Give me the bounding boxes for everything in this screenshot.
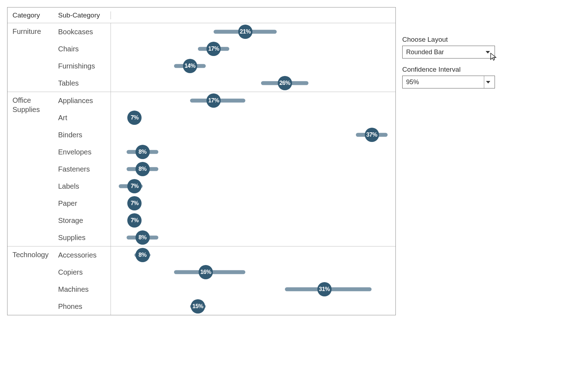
row-plot: 17% [111,92,395,109]
row-plot: 7% [111,178,395,195]
row-plot: 15% [111,298,395,315]
ci-select-value: 95% [406,78,419,86]
value-marker[interactable]: 7% [127,213,142,228]
chart-row: Furnishings14% [57,57,395,75]
row-plot: 8% [111,143,395,161]
chart-row: Binders37% [57,126,395,143]
value-marker[interactable]: 17% [206,42,221,56]
header-subcategory: Sub-Category [57,11,111,19]
ci-select[interactable]: 95% [402,76,495,88]
row-plot: 31% [111,281,395,298]
subcategory-label: Appliances [57,92,111,109]
row-plot: 17% [111,40,395,57]
value-marker[interactable]: 14% [183,59,197,73]
row-plot: 7% [111,109,395,126]
subcategory-label: Copiers [57,264,111,281]
value-marker[interactable]: 16% [199,265,213,279]
value-marker[interactable]: 21% [238,25,252,39]
category-group: TechnologyAccessories8%Copiers16%Machine… [7,246,395,315]
chart-row: Art7% [57,109,395,126]
ci-label: Confidence Interval [402,66,495,73]
chevron-down-icon [484,46,492,58]
value-marker[interactable]: 8% [136,145,150,159]
subcategory-label: Supplies [57,229,111,246]
category-label: Office Supplies [7,92,57,246]
chart-row: Storage7% [57,212,395,229]
chart-row: Fasteners8% [57,161,395,178]
value-marker[interactable]: 26% [278,76,292,90]
layout-select-value: Rounded Bar [406,49,444,56]
chart-panel: Category Sub-Category FurnitureBookcases… [7,7,396,315]
subcategory-label: Accessories [57,246,111,264]
chevron-down-icon [484,76,492,88]
chart-row: Labels7% [57,178,395,195]
row-plot: 37% [111,126,395,143]
subcategory-label: Labels [57,178,111,195]
chart-body: FurnitureBookcases21%Chairs17%Furnishing… [7,23,395,315]
row-plot: 14% [111,57,395,75]
layout-select[interactable]: Rounded Bar [402,46,495,58]
row-plot: 8% [111,246,395,264]
value-marker[interactable]: 8% [136,230,150,245]
subcategory-label: Fasteners [57,161,111,178]
subcategory-label: Art [57,109,111,126]
category-label: Furniture [7,23,57,92]
value-marker[interactable]: 7% [127,111,142,125]
chart-row: Appliances17% [57,92,395,109]
chart-row: Supplies8% [57,229,395,246]
subcategory-label: Storage [57,212,111,229]
category-group: FurnitureBookcases21%Chairs17%Furnishing… [7,23,395,92]
row-plot: 7% [111,195,395,212]
header-category: Category [7,11,57,19]
category-label: Technology [7,246,57,315]
subcategory-label: Tables [57,75,111,92]
value-marker[interactable]: 7% [127,179,142,193]
chart-row: Bookcases21% [57,23,395,40]
chart-row: Phones15% [57,298,395,315]
value-marker[interactable]: 31% [317,282,332,296]
subcategory-label: Machines [57,281,111,298]
value-marker[interactable]: 8% [136,248,150,262]
category-group: Office SuppliesAppliances17%Art7%Binders… [7,92,395,246]
subcategory-label: Furnishings [57,57,111,75]
row-plot: 21% [111,23,395,40]
row-plot: 16% [111,264,395,281]
value-marker[interactable]: 37% [365,128,379,142]
subcategory-label: Bookcases [57,23,111,40]
subcategory-label: Binders [57,126,111,143]
value-marker[interactable]: 15% [191,299,205,314]
subcategory-label: Chairs [57,40,111,57]
layout-label: Choose Layout [402,36,495,44]
value-marker[interactable]: 17% [206,93,221,108]
value-marker[interactable]: 8% [136,162,150,176]
subcategory-label: Phones [57,298,111,315]
row-plot: 8% [111,229,395,246]
chart-row: Copiers16% [57,264,395,281]
chart-row: Chairs17% [57,40,395,57]
row-plot: 7% [111,212,395,229]
controls-panel: Choose Layout Rounded Bar Confidence Int… [402,36,495,96]
chart-row: Paper7% [57,195,395,212]
chart-row: Accessories8% [57,246,395,264]
chart-header: Category Sub-Category [7,7,395,23]
chart-row: Envelopes8% [57,143,395,161]
value-marker[interactable]: 7% [127,196,142,210]
chart-row: Tables26% [57,75,395,92]
chart-row: Machines31% [57,281,395,298]
row-plot: 8% [111,161,395,178]
subcategory-label: Envelopes [57,143,111,161]
row-plot: 26% [111,75,395,92]
subcategory-label: Paper [57,195,111,212]
